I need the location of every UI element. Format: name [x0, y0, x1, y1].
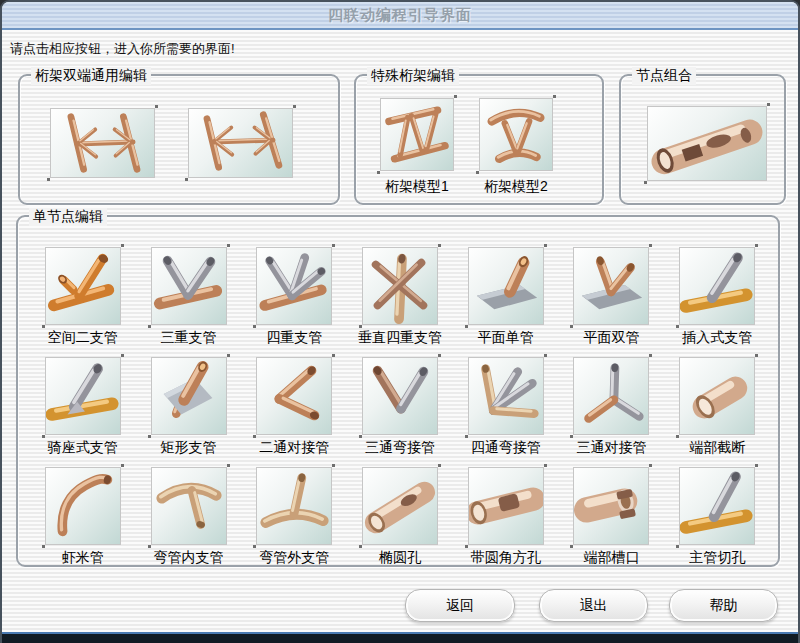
- node-combine-items: [647, 106, 767, 181]
- item-label: 四重支管: [266, 329, 322, 347]
- instruction-text: 请点击相应按钮，进入你所需要的界面!: [10, 40, 235, 58]
- combined-node-icon[interactable]: [647, 106, 767, 181]
- window-title: 四联动编程引导界面: [328, 6, 472, 25]
- group-truss-double-end: 桁架双端通用编辑: [18, 74, 340, 205]
- item-label: 平面双管: [583, 329, 639, 347]
- item-label: 平面单管: [478, 329, 534, 347]
- two-way-butt-icon[interactable]: [256, 357, 332, 435]
- item-label: 虾米管: [62, 549, 104, 567]
- group-special-truss: 特殊桁架编辑 桁架模型1桁架模型2: [354, 74, 604, 205]
- quad-branch-icon[interactable]: [256, 247, 332, 325]
- item-space-two-branch: 空间二支管: [45, 247, 121, 347]
- item-three-way-butt: 三通对接管: [573, 357, 649, 457]
- vertical-quad-branch-icon[interactable]: [362, 247, 438, 325]
- single-node-items: 空间二支管三重支管四重支管垂直四重支管平面单管平面双管插入式支管骑座式支管矩形支…: [30, 247, 770, 567]
- group-node-combine: 节点组合: [619, 74, 786, 205]
- item-main-pipe-cut: 主管切孔: [679, 467, 755, 567]
- three-way-butt-icon[interactable]: [573, 357, 649, 435]
- item-label: 矩形支管: [161, 439, 217, 457]
- item-bend-inner-branch: 弯管内支管: [151, 467, 227, 567]
- item-label: 桁架模型1: [385, 178, 449, 196]
- item-oval-hole: 椭圆孔: [362, 467, 438, 567]
- item-three-way-bend: 三通弯接管: [362, 357, 438, 457]
- item-label: 四通弯接管: [471, 439, 541, 457]
- group-title: 特殊桁架编辑: [367, 67, 459, 85]
- end-cutoff-icon[interactable]: [679, 357, 755, 435]
- item-rounded-square-hole: 带圆角方孔: [468, 467, 544, 567]
- item-label: 骑座式支管: [48, 439, 118, 457]
- item-label: 椭圆孔: [379, 549, 421, 567]
- item-triple-branch: 三重支管: [151, 247, 227, 347]
- item-plane-single-pipe: 平面单管: [468, 247, 544, 347]
- oval-hole-icon[interactable]: [362, 467, 438, 545]
- item-label: 三通弯接管: [365, 439, 435, 457]
- truss-model-1-icon[interactable]: [380, 98, 454, 171]
- item-end-cutoff: 端部截断: [679, 357, 755, 457]
- group-title: 单节点编辑: [29, 208, 107, 226]
- group-single-node: 单节点编辑 空间二支管三重支管四重支管垂直四重支管平面单管平面双管插入式支管骑座…: [16, 215, 780, 567]
- saddle-branch-icon[interactable]: [45, 357, 121, 435]
- title-bar: 四联动编程引导界面: [2, 2, 798, 30]
- wizard-dialog: 四联动编程引导界面 请点击相应按钮，进入你所需要的界面! 桁架双端通用编辑 特殊…: [0, 0, 800, 643]
- end-slot-icon[interactable]: [573, 467, 649, 545]
- item-truss-double-end-2: [188, 108, 293, 178]
- item-vertical-quad-branch: 垂直四重支管: [358, 247, 442, 347]
- item-label: 三通对接管: [576, 439, 646, 457]
- item-label: 弯管内支管: [154, 549, 224, 567]
- item-label: 主管切孔: [689, 549, 745, 567]
- item-label: 弯管外支管: [259, 549, 329, 567]
- item-label: 带圆角方孔: [471, 549, 541, 567]
- bend-inner-branch-icon[interactable]: [151, 467, 227, 545]
- item-quad-branch: 四重支管: [256, 247, 332, 347]
- rect-branch-icon[interactable]: [151, 357, 227, 435]
- item-label: 垂直四重支管: [358, 329, 442, 347]
- item-plane-double-pipe: 平面双管: [573, 247, 649, 347]
- truss-double-end-items: [50, 108, 293, 178]
- triple-branch-icon[interactable]: [151, 247, 227, 325]
- group-title: 桁架双端通用编辑: [31, 67, 151, 85]
- special-truss-items: 桁架模型1桁架模型2: [380, 98, 553, 196]
- four-way-bend-icon[interactable]: [468, 357, 544, 435]
- group-title: 节点组合: [632, 67, 696, 85]
- item-label: 插入式支管: [682, 329, 752, 347]
- main-pipe-cut-icon[interactable]: [679, 467, 755, 545]
- space-two-branch-icon[interactable]: [45, 247, 121, 325]
- item-four-way-bend: 四通弯接管: [468, 357, 544, 457]
- item-rect-branch: 矩形支管: [151, 357, 227, 457]
- item-bend-outer-branch: 弯管外支管: [256, 467, 332, 567]
- item-saddle-branch: 骑座式支管: [45, 357, 121, 457]
- plane-single-pipe-icon[interactable]: [468, 247, 544, 325]
- item-truss-double-end-1: [50, 108, 155, 178]
- bottom-edge-bar: [2, 632, 798, 643]
- item-label: 端部槽口: [583, 549, 639, 567]
- help-button[interactable]: 帮助: [669, 589, 778, 622]
- item-label: 二通对接管: [259, 439, 329, 457]
- item-label: 桁架模型2: [484, 178, 548, 196]
- three-way-bend-icon[interactable]: [362, 357, 438, 435]
- item-truss-model-2: 桁架模型2: [479, 98, 553, 196]
- item-insert-branch: 插入式支管: [679, 247, 755, 347]
- shrimp-pipe-icon[interactable]: [45, 467, 121, 545]
- item-label: 三重支管: [161, 329, 217, 347]
- item-label: 端部截断: [689, 439, 745, 457]
- item-shrimp-pipe: 虾米管: [45, 467, 121, 567]
- item-label: 空间二支管: [48, 329, 118, 347]
- item-two-way-butt: 二通对接管: [256, 357, 332, 457]
- bend-outer-branch-icon[interactable]: [256, 467, 332, 545]
- exit-button[interactable]: 退出: [539, 589, 648, 622]
- truss-double-end-2-icon[interactable]: [188, 108, 293, 178]
- back-button[interactable]: 返回: [405, 589, 515, 622]
- item-truss-model-1: 桁架模型1: [380, 98, 454, 196]
- rounded-square-hole-icon[interactable]: [468, 467, 544, 545]
- truss-model-2-icon[interactable]: [479, 98, 553, 171]
- plane-double-pipe-icon[interactable]: [573, 247, 649, 325]
- insert-branch-icon[interactable]: [679, 247, 755, 325]
- item-combined-node: [647, 106, 767, 181]
- truss-double-end-1-icon[interactable]: [50, 108, 155, 178]
- item-end-slot: 端部槽口: [573, 467, 649, 567]
